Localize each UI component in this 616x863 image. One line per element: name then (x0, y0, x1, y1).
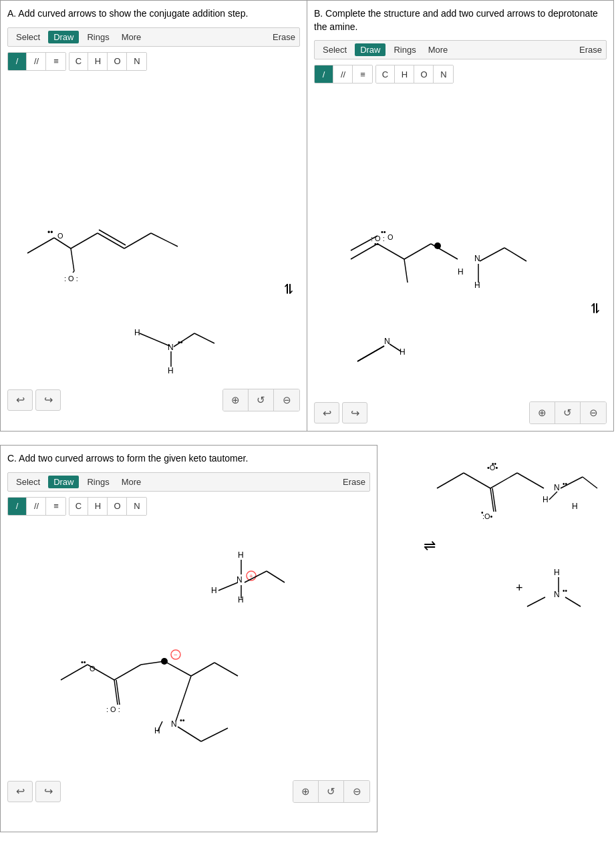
more-button-b[interactable]: More (424, 43, 452, 56)
svg-text:••: •• (180, 716, 185, 724)
triple-bond-b[interactable]: ≡ (353, 65, 372, 83)
zoom-in-b[interactable]: ⊕ (530, 402, 555, 423)
atom-h-b[interactable]: H (396, 65, 414, 83)
double-bond-c[interactable]: // (27, 498, 46, 515)
atom-n-b[interactable]: N (434, 65, 453, 83)
atom-buttons-a: C H O N (69, 52, 147, 71)
undo-button-b[interactable]: ↩ (314, 402, 339, 423)
double-bond-a[interactable]: // (27, 53, 46, 70)
svg-line-52 (267, 571, 285, 582)
panel-c-wrapper: C. Add two curved arrows to form the giv… (0, 445, 616, 832)
svg-line-101 (565, 597, 581, 607)
svg-line-66 (141, 661, 164, 665)
canvas-b[interactable]: •• O •• : O : N (314, 89, 607, 396)
zoom-in-a[interactable]: ⊕ (223, 389, 249, 411)
svg-line-17 (194, 333, 214, 343)
redo-button-b[interactable]: ↪ (342, 402, 367, 423)
panel-c: C. Add two curved arrows to form the giv… (0, 445, 377, 832)
bottom-controls-c: ↩ ↪ ⊕ ↺ ⊖ (7, 780, 370, 803)
more-button-c[interactable]: More (118, 476, 146, 488)
svg-line-86 (517, 473, 544, 488)
svg-line-80 (464, 473, 490, 488)
more-button-a[interactable]: More (118, 31, 146, 43)
erase-button-c[interactable]: Erase (343, 477, 365, 487)
erase-button-a[interactable]: Erase (273, 32, 295, 42)
toolbar-c: Select Draw Rings More Erase (7, 472, 370, 492)
select-button-c[interactable]: Select (12, 476, 44, 488)
canvas-a[interactable]: •• O : O : H N •• (7, 76, 300, 383)
rings-button-b[interactable]: Rings (390, 43, 420, 56)
atom-c-b[interactable]: C (376, 65, 395, 83)
panel-c-title: C. Add two curved arrows to form the giv… (7, 452, 370, 466)
erase-button-b[interactable]: Erase (579, 45, 602, 55)
undo-button-c[interactable]: ↩ (7, 781, 33, 802)
svg-line-68 (191, 663, 214, 676)
toolbar-a: Select Draw Rings More Erase (7, 27, 300, 47)
redo-button-a[interactable]: ↪ (35, 389, 61, 411)
single-bond-a[interactable]: / (8, 53, 27, 70)
svg-text:H: H (554, 568, 560, 577)
zoom-reset-a[interactable]: ↺ (249, 389, 274, 411)
svg-text:H: H (458, 267, 464, 277)
svg-line-15 (140, 333, 170, 346)
atom-n-a[interactable]: N (128, 53, 146, 70)
atom-h-a[interactable]: H (89, 53, 108, 70)
zoom-reset-b[interactable]: ↺ (555, 402, 581, 423)
svg-text:••: •• (81, 658, 86, 666)
rings-button-c[interactable]: Rings (83, 476, 113, 488)
svg-line-60 (61, 665, 88, 680)
zoom-in-c[interactable]: ⊕ (293, 781, 319, 802)
svg-line-92 (549, 492, 557, 500)
select-button-b[interactable]: Select (319, 43, 351, 56)
double-bond-b[interactable]: // (334, 65, 353, 83)
svg-line-69 (214, 663, 238, 676)
svg-text:N: N (168, 343, 174, 352)
rings-button-a[interactable]: Rings (83, 31, 113, 43)
canvas-c[interactable]: H N + H H •• O (7, 521, 370, 775)
triple-bond-a[interactable]: ≡ (47, 53, 65, 70)
zoom-group-b: ⊕ ↺ ⊖ (529, 401, 607, 424)
zoom-out-a[interactable]: ⊖ (274, 389, 299, 411)
svg-text:N: N (554, 483, 560, 492)
zoom-group-c: ⊕ ↺ ⊖ (293, 780, 370, 803)
svg-line-10 (124, 233, 151, 248)
svg-text:: O :: : O : (371, 234, 385, 242)
triple-bond-c[interactable]: ≡ (47, 498, 65, 515)
draw-button-b[interactable]: Draw (355, 43, 386, 56)
zoom-out-b[interactable]: ⊖ (581, 402, 606, 423)
undo-button-a[interactable]: ↩ (7, 389, 33, 411)
product-diagram-c: •O• •• :O• • N •• H H ⇌ (383, 452, 611, 665)
svg-line-26 (351, 244, 377, 259)
svg-line-29 (404, 259, 408, 283)
svg-text:H: H (474, 281, 480, 290)
svg-text:N: N (474, 254, 480, 263)
svg-line-27 (377, 244, 404, 259)
draw-button-a[interactable]: Draw (48, 31, 79, 43)
atom-h-c[interactable]: H (89, 498, 108, 515)
zoom-out-c[interactable]: ⊖ (344, 781, 369, 802)
single-bond-b[interactable]: / (315, 65, 333, 83)
svg-line-79 (437, 473, 464, 488)
atom-n-c[interactable]: N (128, 498, 146, 515)
atom-c-c[interactable]: C (69, 498, 88, 515)
svg-line-100 (527, 597, 545, 607)
atom-o-a[interactable]: O (108, 53, 127, 70)
zoom-group-a: ⊕ ↺ ⊖ (222, 389, 300, 411)
select-button-a[interactable]: Select (12, 31, 44, 43)
svg-line-8 (98, 233, 124, 248)
single-bond-c[interactable]: / (8, 498, 27, 515)
svg-line-73 (176, 676, 191, 721)
svg-text:••: •• (563, 587, 568, 594)
svg-line-39 (357, 346, 384, 361)
zoom-reset-c[interactable]: ↺ (319, 781, 344, 802)
redo-button-c[interactable]: ↪ (35, 781, 61, 802)
atom-o-b[interactable]: O (415, 65, 434, 83)
atom-buttons-c: C H O N (69, 497, 147, 516)
atom-o-c[interactable]: O (108, 498, 127, 515)
svg-text:⇌: ⇌ (282, 283, 295, 295)
svg-text:−: − (174, 651, 178, 659)
svg-line-16 (174, 333, 194, 347)
svg-line-3 (71, 248, 74, 271)
atom-c-a[interactable]: C (69, 53, 88, 70)
draw-button-c[interactable]: Draw (48, 476, 79, 488)
